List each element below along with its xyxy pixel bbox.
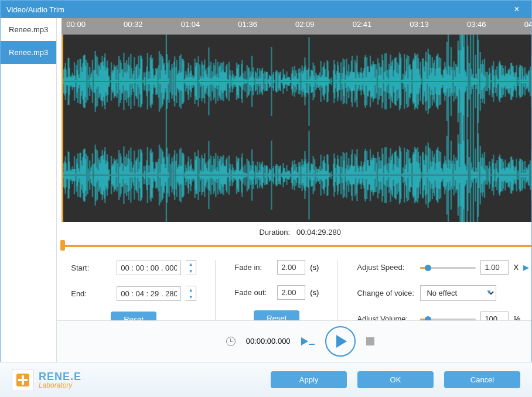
- file-sidebar: Renee.mp3 Renee.mp3: [1, 18, 57, 396]
- ruler-tick: 03:46: [467, 20, 486, 29]
- duration-value: 00:04:29.280: [296, 228, 341, 237]
- ruler-tick: 03:13: [410, 20, 429, 29]
- ruler-tick: 04:18: [524, 20, 532, 29]
- trim-range-bar[interactable]: [62, 242, 532, 248]
- reset-trim-button[interactable]: Reset: [111, 312, 156, 320]
- speed-input[interactable]: [480, 260, 509, 275]
- play-button[interactable]: [325, 326, 356, 357]
- stop-button[interactable]: [366, 337, 374, 345]
- start-spinner[interactable]: ▲▼: [186, 260, 196, 275]
- ruler-tick: 00:00: [66, 20, 86, 29]
- preview-speed-icon[interactable]: ▶: [523, 263, 529, 272]
- brand-logo: RENE.E Laboratory: [12, 369, 81, 391]
- end-input[interactable]: [117, 286, 181, 301]
- waveform-display[interactable]: [62, 35, 532, 222]
- fade-unit: (s): [310, 288, 319, 297]
- volume-unit: %: [513, 314, 520, 320]
- volume-slider[interactable]: [420, 315, 476, 321]
- ruler-tick: 00:32: [124, 20, 143, 29]
- volume-label: Adjust Volume:: [357, 314, 415, 320]
- timeline-ruler[interactable]: 00:0000:3201:0401:3602:0902:4103:1303:46…: [62, 18, 532, 35]
- start-label: Start:: [71, 263, 112, 272]
- ruler-tick: 01:04: [181, 20, 200, 29]
- fadein-label: Fade in:: [234, 263, 272, 272]
- fadeout-input[interactable]: [277, 285, 305, 300]
- reset-fade-button[interactable]: Reset: [254, 310, 299, 320]
- sidebar-item[interactable]: Renee.mp3: [1, 41, 56, 64]
- voice-select[interactable]: No effect: [420, 285, 496, 301]
- close-icon[interactable]: ×: [508, 4, 526, 15]
- speed-label: Adjust Speed:: [357, 263, 415, 272]
- logo-line2: Laboratory: [39, 382, 81, 389]
- clock-icon: [226, 337, 236, 346]
- duration-label: Duration:: [259, 228, 290, 237]
- speed-slider[interactable]: [420, 263, 476, 272]
- title-bar: Video/Audio Trim ×: [1, 1, 531, 18]
- end-spinner[interactable]: ▲▼: [186, 286, 196, 301]
- cancel-button[interactable]: Cancel: [444, 371, 520, 388]
- jump-start-icon[interactable]: [301, 337, 315, 345]
- sidebar-item[interactable]: Renee.mp3: [1, 18, 56, 41]
- logo-cross-icon: [12, 369, 34, 391]
- trim-handle-left[interactable]: [60, 240, 65, 251]
- fade-unit: (s): [310, 263, 319, 272]
- ruler-tick: 02:09: [295, 20, 315, 29]
- ok-button[interactable]: OK: [357, 371, 434, 388]
- speed-unit: X: [513, 263, 519, 272]
- end-label: End:: [71, 289, 112, 298]
- logo-line1: RENE.E: [39, 371, 81, 382]
- start-input[interactable]: [117, 261, 181, 275]
- voice-label: Change of voice:: [357, 289, 415, 297]
- window-title: Video/Audio Trim: [6, 5, 64, 14]
- duration-row: Duration: 00:04:29.280: [62, 222, 532, 242]
- apply-button[interactable]: Apply: [271, 371, 347, 388]
- fadeout-label: Fade out:: [234, 288, 272, 297]
- volume-input[interactable]: [480, 312, 509, 320]
- ruler-tick: 01:36: [238, 20, 257, 29]
- playback-bar: 00:00:00.000: [57, 320, 532, 361]
- fadein-input[interactable]: [277, 260, 305, 275]
- footer-bar: RENE.E Laboratory Apply OK Cancel: [0, 362, 532, 397]
- ruler-tick: 02:41: [353, 20, 372, 29]
- playback-time: 00:00:00.000: [246, 337, 291, 345]
